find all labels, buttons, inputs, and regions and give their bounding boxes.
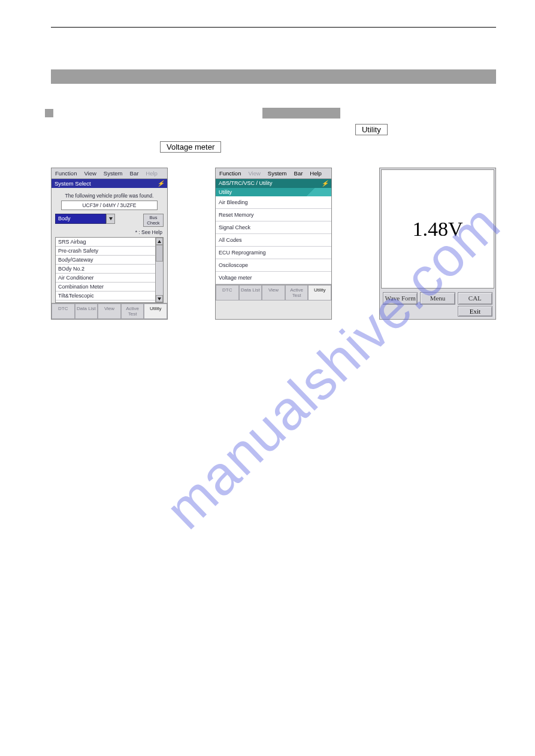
profile-found-text: The following vehicle profile was found. (55, 193, 164, 199)
list-item[interactable]: Body/Gateway (56, 256, 155, 265)
grey-redacted-chip (262, 108, 340, 119)
see-help-note: * : See Help (55, 229, 162, 235)
lightning-icon: ⚡ (321, 180, 328, 187)
scroll-thumb[interactable] (156, 245, 163, 262)
cal-button[interactable]: CAL (458, 292, 492, 305)
utility-list: Air Bleeding Reset Memory Signal Check A… (216, 196, 331, 284)
menu-bar[interactable]: Bar (291, 168, 307, 178)
menu-view[interactable]: View (80, 168, 99, 178)
system-listbox: SRS Airbag Pre-crash Safety Body/Gateway… (55, 237, 164, 303)
tab-utility[interactable]: Utility (144, 303, 167, 319)
dropdown-value: Body (55, 214, 106, 224)
list-item[interactable]: Voltage meter (216, 272, 331, 284)
exit-button[interactable]: Exit (458, 306, 492, 317)
utility-list-window: Function View System Bar Help ABS/TRC/VS… (215, 168, 332, 320)
voltage-display: 1.48V (381, 169, 494, 289)
instruction-line-4: Voltage meter (159, 141, 496, 153)
dropdown-arrow-button[interactable] (106, 214, 115, 224)
voltage-meter-ref: Voltage meter (160, 141, 221, 153)
menu-view[interactable]: View (244, 168, 264, 178)
titlebar-text: ABS/TRC/VSC / Utility (219, 180, 273, 187)
tab-view[interactable]: View (262, 285, 285, 300)
chevron-down-icon (158, 297, 161, 300)
list-item[interactable]: Combination Meter (56, 283, 155, 292)
tab-dtc[interactable]: DTC (52, 303, 75, 319)
instruction-line-2: spacer spacer spacer spacer spacer space… (59, 123, 496, 135)
chevron-down-icon (109, 217, 113, 220)
scrollbar[interactable] (155, 238, 163, 302)
list-item[interactable]: BOdy No.2 (56, 265, 155, 274)
list-item[interactable]: Pre-crash Safety (56, 247, 155, 256)
voltage-value: 1.48V (412, 218, 463, 241)
list-item[interactable]: Osciloscope (216, 259, 331, 272)
titlebar: ABS/TRC/VSC / Utility ⚡ (216, 179, 331, 188)
instruction-line-1: spacer text for alignment spacer text fo… (45, 108, 496, 119)
bottom-tabbar: DTC Data List View Active Test Utility (216, 284, 331, 300)
top-rule (51, 27, 496, 28)
bottom-tabbar: DTC Data List View Active Test Utility (52, 303, 167, 319)
scroll-down-button[interactable] (156, 295, 163, 302)
tab-data-list[interactable]: Data List (239, 285, 262, 300)
wave-form-button[interactable]: Wave Form (383, 292, 418, 305)
system-select-window: Function View System Bar Help System Sel… (51, 168, 168, 320)
list-item[interactable]: Reset Memory (216, 209, 331, 221)
scroll-track[interactable] (156, 245, 163, 295)
voltage-meter-window: 1.48V Wave Form Menu CAL Exit (379, 168, 496, 320)
utility-header: Utility (216, 188, 331, 196)
tab-active-test[interactable]: Active Test (285, 285, 309, 300)
section-band (51, 69, 496, 84)
list-item[interactable]: All Codes (216, 234, 331, 247)
utility-button-ref: Utility (355, 124, 388, 135)
scroll-up-button[interactable] (156, 238, 163, 245)
tab-utility[interactable]: Utility (308, 285, 331, 300)
menu-system[interactable]: System (100, 168, 126, 178)
tab-data-list[interactable]: Data List (75, 303, 98, 319)
system-category-dropdown[interactable]: Body (55, 214, 115, 224)
menu-help[interactable]: Help (306, 168, 325, 178)
instruction-block: spacer text for alignment spacer text fo… (45, 108, 496, 153)
menu-bar[interactable]: Bar (126, 168, 143, 178)
titlebar: System Select ⚡ (52, 179, 167, 188)
vehicle-profile-field: UCF3# / 04MY / 3UZFE (61, 201, 158, 210)
menu-system[interactable]: System (264, 168, 291, 178)
chevron-up-icon (158, 240, 161, 243)
list-item[interactable]: Air Conditioner (56, 274, 155, 283)
tab-view[interactable]: View (98, 303, 121, 319)
menu-function[interactable]: Function (52, 168, 80, 178)
tab-active-test[interactable]: Active Test (121, 303, 144, 319)
list-item[interactable]: ECU Reprograming (216, 247, 331, 259)
list-item[interactable]: Tilt&Telescopic (56, 292, 155, 300)
menu-help[interactable]: Help (142, 168, 161, 178)
menu-function[interactable]: Function (216, 168, 244, 178)
bullet-square (45, 109, 53, 117)
list-item[interactable]: Signal Check (216, 221, 331, 234)
menubar: Function View System Bar Help (52, 168, 167, 179)
menubar: Function View System Bar Help (216, 168, 331, 179)
menu-button[interactable]: Menu (420, 292, 455, 305)
bus-check-button[interactable]: Bus Check (143, 214, 164, 227)
titlebar-text: System Select (55, 180, 91, 187)
lightning-icon: ⚡ (157, 180, 164, 187)
list-item[interactable]: SRS Airbag (56, 238, 155, 247)
list-item[interactable]: Air Bleeding (216, 196, 331, 209)
tab-dtc[interactable]: DTC (216, 285, 239, 300)
